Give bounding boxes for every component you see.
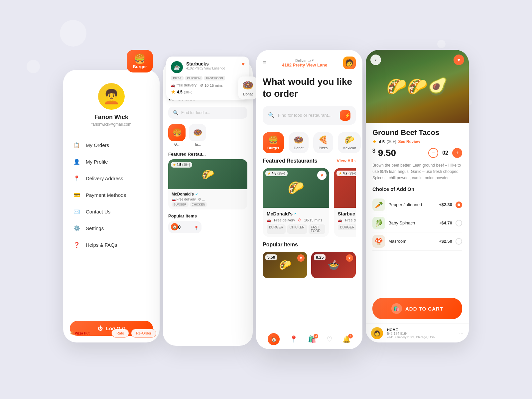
starbucks-rest-card[interactable]: ★ 4.7 (99+) 🍲 Starbuc 🚗 Free d [334, 168, 356, 237]
starbucks-card-header: ☕ Starbucks 4102 Pretty View Lanendo ♥ [171, 61, 245, 73]
cat-donut[interactable]: 🍩 Donat [289, 132, 309, 153]
starbucks-tags: PIZZA CHICKEN FAST FOOD [171, 76, 245, 80]
main-header: ≡ Deliver to ▾ 4102 Pretty View Lane 🧑 [256, 50, 362, 72]
popular-heart-1[interactable]: ♥ [297, 254, 305, 262]
filter-icon[interactable]: ⚡ [340, 110, 350, 121]
mcdonalds-name-bg: McDonald's ✓ [172, 192, 244, 197]
cat-mexican[interactable]: 🌮 Mexican [338, 132, 361, 153]
cat-burger-bg[interactable]: 🍔 G... [168, 124, 186, 146]
phone-main: ≡ Deliver to ▾ 4102 Pretty View Lane 🧑 W… [256, 50, 362, 349]
pizza-label-main: Pizza [319, 146, 328, 150]
time-icon-mc: ⏱ [298, 218, 302, 222]
view-all-button[interactable]: View All › [337, 158, 356, 163]
phones-container: 🍔 Burger 🧑‍🦱 Farion Wick farionwick@gmai… [63, 50, 469, 349]
pizza-emoji-main: 🍕 [318, 135, 328, 145]
user-name: Farion Wick [94, 114, 128, 121]
mcdonalds-heart-icon[interactable]: ♥ [317, 171, 327, 180]
starbucks-badge: ★ 4.7 (99+) [336, 171, 356, 176]
nav-location-icon[interactable]: 📍 [290, 335, 298, 343]
hamburger-menu-icon[interactable]: ≡ [263, 60, 266, 66]
sidebar-item-settings[interactable]: ⚙️ Settings [70, 220, 153, 236]
sidebar-item-help[interactable]: ❓ Helps & FAQs [70, 236, 153, 253]
addon-price-3: +$2.50 [439, 239, 452, 244]
free-delivery-mc: Free delivery [274, 218, 295, 222]
category-row-bg: 🍔 G... 🍩 Ta... [168, 124, 247, 146]
addon-item-1[interactable]: 🥕 Pepper Julienned +$2.30 [372, 196, 462, 214]
nav-heart-icon[interactable]: ♡ [327, 335, 332, 343]
phone-sidebar-wrapper: 🍔 Burger 🧑‍🦱 Farion Wick farionwick@gmai… [63, 57, 160, 342]
addon-img-1: 🥕 [372, 199, 385, 211]
cat-donut-bg[interactable]: 🍩 Ta... [189, 124, 206, 146]
donut-pill: 🍩 Donat [289, 132, 309, 153]
bottom-nav: 🏠 📍 🛍️ 4 ♡ 🔔 2 [256, 329, 362, 349]
mcdonalds-card[interactable]: ★ 4.5 (25+) ♥ 🌮 McDonald's ✓ [263, 168, 329, 237]
sidebar-item-profile[interactable]: 👤 My Profile [70, 153, 153, 170]
quantity-control: − 02 + [428, 148, 462, 158]
search-bar-main[interactable]: 🔍 Find for food or restaurant... ⚡ [263, 106, 356, 125]
sidebar-item-payment[interactable]: 💳 Payment Methods [70, 187, 153, 203]
nav-home-icon[interactable]: 🏠 [268, 333, 280, 345]
star-icon-bg: ★ [173, 163, 176, 167]
starbucks-delivery: 🚗 free delivery ⏱ 10-15 mins [171, 83, 245, 87]
home-bar-phone: 542-154-5164 [387, 332, 455, 335]
user-avatar-main[interactable]: 🧑 [343, 57, 356, 69]
popular-title-main: Popular Items [263, 242, 356, 248]
addon-radio-3[interactable] [456, 238, 462, 245]
phone-sidebar: 🧑‍🦱 Farion Wick farionwick@gmail.com 📋 M… [63, 70, 160, 342]
see-review-link[interactable]: See Review [398, 139, 420, 144]
mexican-pill: 🌮 Mexican [338, 132, 361, 153]
background: 🍔 Burger 🧑‍🦱 Farion Wick farionwick@gmai… [0, 0, 532, 399]
addon-item-3[interactable]: 🍄 Masroom +$2.50 [372, 232, 462, 251]
rest-food-emoji-bg: 🌮 [202, 169, 214, 180]
cat-pizza[interactable]: 🍕 Pizza [313, 132, 333, 153]
starbucks-star-icon: ★ [171, 89, 176, 95]
rest-card-bg: ★ 4.5 (19+) 🌮 McDonald's ✓ 🚗 Free [168, 159, 247, 209]
free-delivery-sb: Free de... [345, 218, 356, 222]
addon-radio-1[interactable] [456, 201, 462, 208]
pizza-hut-logo: 🍕 Pizza Hut [70, 330, 89, 336]
search-bar-bg[interactable]: 🔍 Find for food o... [168, 107, 247, 119]
addon-name-3: Masroom [388, 239, 436, 244]
featured-section: Featured Restaurants View All › ★ [256, 158, 362, 237]
starbucks-rest-img: ★ 4.7 (99+) 🍲 [334, 168, 356, 208]
addon-item-2[interactable]: 🥬 Baby Spinach +$4.70 [372, 214, 462, 232]
back-button[interactable]: ‹ [370, 55, 381, 65]
sidebar-footer: ⏻ Log Out [63, 314, 160, 342]
popular-heart-2[interactable]: ♥ [346, 254, 353, 262]
phone-home-bg-wrapper: ☕ Starbucks 4102 Pretty View Lanendo ♥ P… [163, 53, 253, 346]
hero-heart-button[interactable]: ♥ [454, 55, 464, 65]
featured-title-main: Featured Restaurants [263, 158, 318, 164]
more-icon[interactable]: ··· [459, 330, 464, 336]
popular-price-2: 8.25 [314, 254, 326, 260]
burger-label-main: Burger [267, 146, 279, 150]
product-price: $ 9.50 [372, 148, 396, 158]
reorder-button[interactable]: Re-Order [131, 329, 156, 337]
quantity-plus-button[interactable]: + [452, 148, 462, 158]
phone-main-wrapper: ≡ Deliver to ▾ 4102 Pretty View Lane 🧑 W… [256, 50, 362, 349]
nav-cart-icon[interactable]: 🛍️ 4 [308, 335, 316, 343]
nav-bell-icon[interactable]: 🔔 2 [342, 335, 351, 343]
donut-emoji: 🍩 [242, 80, 254, 91]
cat-burger[interactable]: 🍔 Burger [263, 132, 284, 153]
popular-title-bg: Popular Items [168, 213, 247, 218]
burger-badge-label: Burger [133, 64, 147, 69]
sidebar-item-delivery[interactable]: 📍 Delivery Address [70, 170, 153, 187]
starbucks-heart-icon[interactable]: ♥ [242, 61, 245, 67]
orders-label: My Orders [86, 142, 109, 148]
product-rating: ★ 4.5 (30+) See Review [372, 139, 462, 144]
starbucks-review-main: (99+) [348, 172, 356, 175]
starbucks-rating-val: 4.5 [177, 90, 183, 94]
rate-button[interactable]: Rate [111, 329, 129, 337]
starbucks-time: ⏱ 10-15 mins [200, 83, 222, 87]
sidebar-item-orders[interactable]: 📋 My Orders [70, 137, 153, 153]
cart-badge: 4 [314, 334, 318, 338]
rate-reorder-row: Rate Re-Order [111, 329, 156, 337]
product-review-count: (30+) [387, 139, 396, 144]
add-to-cart-button[interactable]: 🛍️ ADD TO CART [372, 298, 462, 319]
popular-item-1[interactable]: 🌮 5.50 ♥ [263, 252, 307, 278]
addon-radio-2[interactable] [456, 220, 462, 226]
quantity-minus-button[interactable]: − [428, 148, 438, 158]
settings-label: Settings [86, 225, 104, 231]
popular-item-2[interactable]: 🍲 8.25 ♥ [311, 252, 356, 278]
sidebar-item-contact[interactable]: ✉️ Contact Us [70, 203, 153, 220]
